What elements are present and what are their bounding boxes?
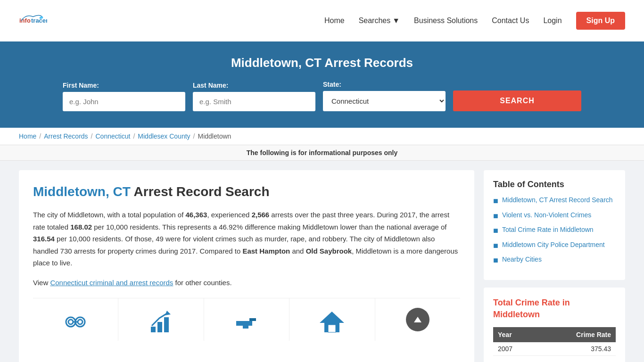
year-col-header: Year bbox=[493, 327, 537, 342]
rate-cell: 375.43 bbox=[537, 342, 616, 356]
hero-section: Middletown, CT Arrest Records First Name… bbox=[0, 41, 644, 128]
for-text: for other counties. bbox=[173, 279, 231, 287]
body-text-6: and bbox=[290, 247, 305, 255]
toc-link[interactable]: Middletown City Police Department bbox=[502, 241, 605, 248]
nav-business-solutions[interactable]: Business Solutions bbox=[414, 16, 478, 25]
toc-bullet: ■ bbox=[493, 255, 498, 266]
chevron-down-icon: ▼ bbox=[392, 16, 400, 25]
rate-value: 168.02 bbox=[70, 223, 92, 231]
signup-button[interactable]: Sign Up bbox=[576, 12, 625, 30]
toc-item: ■Total Crime Rate in Middletown bbox=[493, 226, 616, 236]
ct-records-link[interactable]: Connecticut criminal and arrest records bbox=[50, 279, 173, 287]
toc-item: ■Middletown City Police Department bbox=[493, 241, 616, 251]
svg-rect-11 bbox=[164, 317, 169, 332]
east-hampton: East Hampton bbox=[242, 247, 290, 255]
article-title-blue: Middletown, CT bbox=[33, 184, 131, 199]
crime-table-header-row: Year Crime Rate bbox=[493, 327, 616, 342]
handcuffs-icon-item bbox=[33, 298, 118, 341]
crime-rate-table: Year Crime Rate 2007375.43 bbox=[493, 327, 616, 356]
house-icon bbox=[318, 308, 346, 336]
toc-bullet: ■ bbox=[493, 226, 498, 236]
svg-text:info: info bbox=[19, 17, 31, 24]
scroll-top-button[interactable] bbox=[406, 308, 429, 331]
toc-bullet: ■ bbox=[493, 211, 498, 222]
svg-rect-13 bbox=[249, 318, 256, 321]
article-title-rest: Arrest Record Search bbox=[131, 184, 270, 199]
svg-point-4 bbox=[68, 320, 73, 324]
state-label: State: bbox=[323, 81, 446, 88]
last-name-input[interactable] bbox=[193, 92, 315, 111]
first-name-group: First Name: bbox=[63, 82, 185, 111]
chart-icon bbox=[147, 308, 175, 336]
last-name-label: Last Name: bbox=[193, 82, 315, 89]
icons-row bbox=[33, 298, 460, 341]
toc-link[interactable]: Violent vs. Non-Violent Crimes bbox=[502, 211, 591, 219]
toc-bullet: ■ bbox=[493, 241, 498, 251]
year-cell: 2007 bbox=[493, 342, 537, 356]
svg-rect-9 bbox=[151, 327, 156, 332]
search-button[interactable]: SEARCH bbox=[453, 90, 581, 111]
article-body: The city of Middletown, with a total pop… bbox=[33, 209, 460, 269]
main-content: Middletown, CT Arrest Record Search The … bbox=[0, 161, 644, 362]
breadcrumb-connecticut[interactable]: Connecticut bbox=[96, 132, 131, 140]
old-saybrook: Old Saybrook bbox=[306, 247, 352, 255]
logo[interactable]: info tracer bbox=[19, 7, 47, 35]
breadcrumb-middlesex[interactable]: Middlesex County bbox=[138, 132, 190, 140]
crime-rate-box: Total Crime Rate in Middletown Year Crim… bbox=[484, 288, 625, 362]
article-title: Middletown, CT Arrest Record Search bbox=[33, 184, 460, 199]
first-name-label: First Name: bbox=[63, 82, 185, 89]
toc-item: ■Nearby Cities bbox=[493, 255, 616, 266]
first-name-input[interactable] bbox=[63, 92, 185, 111]
toc-link[interactable]: Nearby Cities bbox=[502, 255, 542, 263]
article-link-para: View Connecticut criminal and arrest rec… bbox=[33, 277, 460, 289]
state-group: State: AlabamaAlaskaArizonaArkansasCalif… bbox=[323, 81, 446, 111]
info-notice: The following is for informational purpo… bbox=[0, 145, 644, 161]
svg-point-6 bbox=[78, 320, 83, 324]
breadcrumb-sep-4: / bbox=[193, 132, 195, 140]
logo-icon: info tracer bbox=[19, 7, 47, 35]
svg-text:tracer: tracer bbox=[31, 17, 47, 24]
login-button[interactable]: Login bbox=[543, 16, 561, 25]
handcuffs-icon bbox=[61, 308, 90, 336]
scroll-top-item[interactable] bbox=[375, 298, 460, 341]
gun-icon-item bbox=[204, 298, 289, 341]
header: info tracer Home Searches ▼ Business Sol… bbox=[0, 0, 644, 41]
toc-link[interactable]: Total Crime Rate in Middletown bbox=[502, 226, 594, 233]
crime-rate-title: Total Crime Rate in Middletown bbox=[493, 297, 616, 321]
body-text-4: per 10,000 residents. This represents a … bbox=[92, 223, 446, 231]
crime-table-body: 2007375.43 bbox=[493, 342, 616, 356]
house-icon-item bbox=[289, 298, 375, 341]
svg-rect-10 bbox=[157, 322, 162, 332]
view-text: View bbox=[33, 279, 50, 287]
hero-title: Middletown, CT Arrest Records bbox=[19, 56, 625, 70]
crime-table-row: 2007375.43 bbox=[493, 342, 616, 356]
toc-bullet: ■ bbox=[493, 196, 498, 206]
arrests-value: 2,566 bbox=[252, 211, 270, 219]
breadcrumb: Home / Arrest Records / Connecticut / Mi… bbox=[0, 128, 644, 145]
search-form: First Name: Last Name: State: AlabamaAla… bbox=[63, 81, 581, 111]
national-avg-value: 316.54 bbox=[33, 235, 55, 243]
toc-title: Table of Contents bbox=[493, 180, 616, 189]
breadcrumb-middletown: Middletown bbox=[198, 132, 231, 140]
nav-home[interactable]: Home bbox=[324, 16, 345, 25]
nav: Home Searches ▼ Business Solutions Conta… bbox=[324, 12, 625, 30]
sidebar: Table of Contents ■Middletown, CT Arrest… bbox=[484, 170, 625, 362]
last-name-group: Last Name: bbox=[193, 82, 315, 111]
scroll-top-arrow-icon bbox=[414, 317, 421, 322]
breadcrumb-home[interactable]: Home bbox=[19, 132, 36, 140]
body-text-1: The city of Middletown, with a total pop… bbox=[33, 211, 186, 219]
breadcrumb-arrest-records[interactable]: Arrest Records bbox=[44, 132, 88, 140]
toc-items: ■Middletown, CT Arrest Record Search■Vio… bbox=[493, 196, 616, 266]
breadcrumb-sep-1: / bbox=[39, 132, 41, 140]
breadcrumb-sep-3: / bbox=[133, 132, 135, 140]
chart-icon-item bbox=[118, 298, 204, 341]
toc-link[interactable]: Middletown, CT Arrest Record Search bbox=[502, 196, 613, 204]
gun-icon bbox=[232, 308, 261, 336]
nav-searches[interactable]: Searches ▼ bbox=[359, 16, 400, 25]
article: Middletown, CT Arrest Record Search The … bbox=[19, 170, 474, 362]
nav-contact-us[interactable]: Contact Us bbox=[492, 16, 529, 25]
crime-rate-col-header: Crime Rate bbox=[537, 327, 616, 342]
svg-rect-15 bbox=[328, 325, 336, 332]
state-select[interactable]: AlabamaAlaskaArizonaArkansasCaliforniaCo… bbox=[323, 91, 446, 111]
toc-item: ■Middletown, CT Arrest Record Search bbox=[493, 196, 616, 206]
